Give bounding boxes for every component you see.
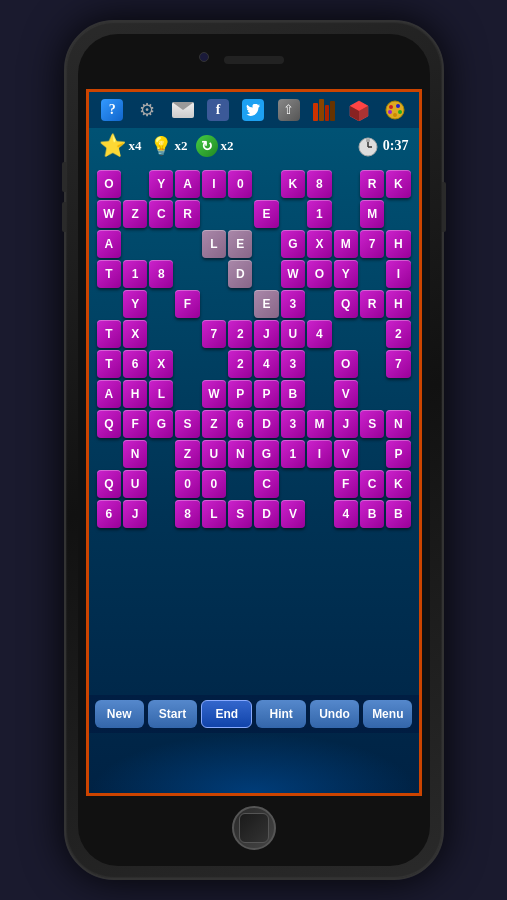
grid-cell[interactable] bbox=[149, 470, 173, 498]
grid-cell[interactable] bbox=[360, 380, 384, 408]
cube-button[interactable] bbox=[346, 97, 372, 123]
grid-cell[interactable]: G bbox=[149, 410, 173, 438]
grid-cell[interactable]: 2 bbox=[228, 320, 252, 348]
grid-cell[interactable] bbox=[281, 200, 306, 228]
grid-cell[interactable]: D bbox=[254, 500, 278, 528]
grid-cell[interactable] bbox=[97, 290, 122, 318]
grid-cell[interactable]: H bbox=[386, 230, 410, 258]
grid-cell[interactable]: S bbox=[175, 410, 199, 438]
grid-cell[interactable]: F bbox=[123, 410, 147, 438]
grid-cell[interactable]: R bbox=[360, 170, 384, 198]
grid-cell[interactable] bbox=[307, 470, 331, 498]
grid-cell[interactable]: E bbox=[254, 200, 278, 228]
grid-cell[interactable]: H bbox=[386, 290, 410, 318]
grid-cell[interactable]: S bbox=[360, 410, 384, 438]
grid-cell[interactable]: 1 bbox=[307, 200, 331, 228]
grid-cell[interactable]: M bbox=[307, 410, 331, 438]
grid-cell[interactable]: B bbox=[386, 500, 410, 528]
grid-cell[interactable]: S bbox=[228, 500, 252, 528]
grid-cell[interactable]: T bbox=[97, 320, 122, 348]
grid-cell[interactable] bbox=[175, 320, 199, 348]
grid-cell[interactable] bbox=[228, 470, 252, 498]
help-button[interactable]: ? bbox=[99, 97, 125, 123]
grid-cell[interactable] bbox=[254, 260, 278, 288]
grid-cell[interactable]: K bbox=[386, 170, 410, 198]
grid-cell[interactable]: K bbox=[386, 470, 410, 498]
grid-cell[interactable]: O bbox=[334, 350, 358, 378]
grid-cell[interactable] bbox=[254, 230, 278, 258]
home-button[interactable] bbox=[232, 806, 276, 850]
grid-cell[interactable]: N bbox=[228, 440, 252, 468]
grid-cell[interactable] bbox=[175, 230, 199, 258]
grid-cell[interactable]: U bbox=[281, 320, 306, 348]
grid-cell[interactable]: 3 bbox=[281, 290, 306, 318]
grid-cell[interactable] bbox=[175, 350, 199, 378]
refresh-powerup[interactable]: ↻ x2 bbox=[196, 135, 234, 157]
grid-cell[interactable]: V bbox=[334, 440, 358, 468]
grid-cell[interactable]: 7 bbox=[202, 320, 227, 348]
grid-cell[interactable]: D bbox=[254, 410, 278, 438]
grid-cell[interactable]: J bbox=[334, 410, 358, 438]
grid-cell[interactable]: 0 bbox=[202, 470, 227, 498]
grid-cell[interactable]: A bbox=[97, 380, 122, 408]
grid-cell[interactable] bbox=[307, 350, 331, 378]
grid-cell[interactable]: 1 bbox=[123, 260, 147, 288]
grid-cell[interactable]: 8 bbox=[175, 500, 199, 528]
palette-button[interactable] bbox=[382, 97, 408, 123]
share-button[interactable]: ⇧ bbox=[276, 97, 302, 123]
grid-cell[interactable]: 3 bbox=[281, 410, 306, 438]
grid-cell[interactable]: V bbox=[334, 380, 358, 408]
grid-cell[interactable] bbox=[202, 290, 227, 318]
grid-cell[interactable] bbox=[307, 500, 331, 528]
grid-cell[interactable] bbox=[281, 470, 306, 498]
books-button[interactable] bbox=[311, 97, 337, 123]
grid-cell[interactable]: 0 bbox=[228, 170, 252, 198]
grid-cell[interactable]: K bbox=[281, 170, 306, 198]
grid-cell[interactable]: 4 bbox=[334, 500, 358, 528]
grid-cell[interactable]: E bbox=[228, 230, 252, 258]
grid-cell[interactable]: C bbox=[149, 200, 173, 228]
grid-cell[interactable]: Y bbox=[149, 170, 173, 198]
grid-cell[interactable]: M bbox=[334, 230, 358, 258]
grid-cell[interactable] bbox=[202, 350, 227, 378]
grid-cell[interactable]: Q bbox=[97, 470, 122, 498]
grid-cell[interactable]: B bbox=[281, 380, 306, 408]
grid-cell[interactable]: 6 bbox=[123, 350, 147, 378]
grid-cell[interactable]: P bbox=[254, 380, 278, 408]
grid-cell[interactable]: N bbox=[386, 410, 410, 438]
grid-cell[interactable]: Q bbox=[334, 290, 358, 318]
grid-cell[interactable] bbox=[175, 260, 199, 288]
star-powerup[interactable]: ⭐ x4 bbox=[99, 133, 142, 159]
grid-cell[interactable]: W bbox=[202, 380, 227, 408]
grid-cell[interactable]: A bbox=[175, 170, 199, 198]
grid-cell[interactable]: D bbox=[228, 260, 252, 288]
grid-cell[interactable]: 2 bbox=[228, 350, 252, 378]
grid-cell[interactable] bbox=[360, 320, 384, 348]
grid-cell[interactable]: X bbox=[307, 230, 331, 258]
facebook-button[interactable]: f bbox=[205, 97, 231, 123]
grid-cell[interactable]: J bbox=[123, 500, 147, 528]
grid-cell[interactable]: C bbox=[360, 470, 384, 498]
grid-cell[interactable]: R bbox=[175, 200, 199, 228]
grid-cell[interactable] bbox=[175, 380, 199, 408]
grid-cell[interactable] bbox=[386, 200, 410, 228]
grid-cell[interactable]: G bbox=[281, 230, 306, 258]
settings-button[interactable]: ⚙ bbox=[134, 97, 160, 123]
grid-cell[interactable] bbox=[149, 320, 173, 348]
volume-down-button[interactable] bbox=[62, 202, 66, 232]
grid-cell[interactable] bbox=[149, 500, 173, 528]
grid-cell[interactable]: J bbox=[254, 320, 278, 348]
grid-cell[interactable] bbox=[202, 200, 227, 228]
bulb-powerup[interactable]: 💡 x2 bbox=[150, 135, 188, 157]
grid-cell[interactable]: X bbox=[123, 320, 147, 348]
grid-cell[interactable]: C bbox=[254, 470, 278, 498]
grid-cell[interactable]: Y bbox=[334, 260, 358, 288]
grid-cell[interactable]: 6 bbox=[97, 500, 122, 528]
grid-cell[interactable]: L bbox=[202, 500, 227, 528]
grid-cell[interactable] bbox=[334, 200, 358, 228]
grid-cell[interactable]: I bbox=[202, 170, 227, 198]
grid-cell[interactable]: 4 bbox=[307, 320, 331, 348]
grid-cell[interactable]: Q bbox=[97, 410, 122, 438]
grid-cell[interactable] bbox=[123, 170, 147, 198]
grid-cell[interactable] bbox=[123, 230, 147, 258]
